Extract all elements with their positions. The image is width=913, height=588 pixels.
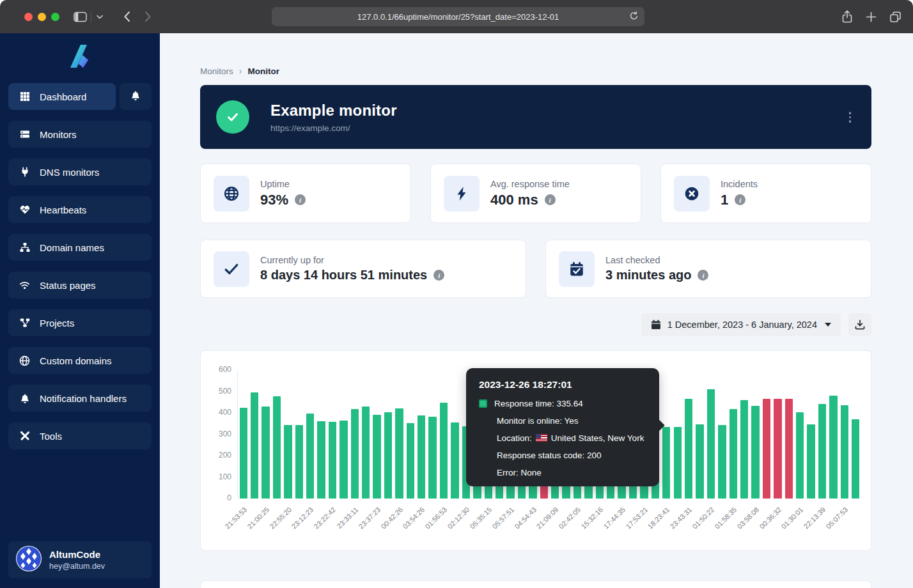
chart-bar[interactable] [317, 421, 325, 499]
calendar-icon [651, 320, 661, 330]
chart-bar[interactable] [841, 405, 848, 499]
chart-bar[interactable] [696, 424, 703, 499]
sitemap-icon [19, 242, 30, 252]
sidebar-item-notification-handlers[interactable]: Notification handlers [8, 385, 152, 412]
sidebar-item-dashboard[interactable]: Dashboard [8, 83, 116, 110]
x-tick-label: 05:35:15 [468, 506, 493, 530]
sidebar: Dashboard Monitors DNS monitors Heartbea… [0, 33, 160, 588]
sidebar-item-custom-domains[interactable]: Custom domains [8, 347, 152, 374]
chart-bar[interactable] [362, 406, 370, 499]
chart-bar[interactable] [417, 415, 425, 499]
sidebar-item-tools[interactable]: Tools [8, 422, 152, 449]
sidebar-item-label: Notification handlers [40, 393, 127, 404]
browser-chrome: 127.0.0.1/66uptime/monitor/25?start_date… [0, 0, 913, 33]
ellipsis-menu-icon[interactable] [847, 109, 854, 125]
info-icon[interactable] [433, 270, 444, 281]
notifications-button[interactable] [120, 83, 152, 110]
chart-bar[interactable] [339, 421, 347, 499]
chart-bar[interactable] [685, 399, 692, 499]
last-checked-value: 3 minutes ago [605, 268, 691, 282]
sidebar-item-monitors[interactable]: Monitors [8, 121, 152, 148]
x-tick-label: 22:13:39 [802, 506, 827, 530]
sidebar-item-label: Status pages [40, 280, 96, 291]
chart-bar[interactable] [295, 425, 303, 499]
sidebar-item-projects[interactable]: Projects [8, 309, 152, 336]
chart-bar[interactable] [785, 399, 793, 499]
chart-bar[interactable] [774, 399, 781, 499]
chart-bar[interactable] [852, 419, 859, 499]
date-range-picker[interactable]: 1 December, 2023 - 6 January, 2024 [641, 313, 841, 336]
chart-bar[interactable] [351, 409, 359, 499]
chart-bar[interactable] [329, 422, 336, 499]
info-icon[interactable] [735, 194, 745, 205]
chart-bar[interactable] [284, 425, 292, 499]
sidebar-item-dns-monitors[interactable]: DNS monitors [8, 159, 152, 185]
download-icon [855, 320, 865, 330]
app-logo[interactable] [8, 42, 152, 70]
account-card[interactable]: AltumCode hey@altum.dev [8, 541, 152, 578]
chart-bar[interactable] [451, 422, 458, 499]
info-icon[interactable] [545, 194, 556, 205]
chart-bar[interactable] [240, 408, 247, 499]
chart-bar[interactable] [395, 408, 403, 499]
chevron-right-icon: › [239, 66, 242, 76]
monitor-url: https://example.com/ [270, 123, 397, 133]
chart-bar[interactable] [796, 412, 804, 499]
avatar [16, 546, 42, 574]
download-button[interactable] [848, 313, 871, 336]
zoom-window-button[interactable] [51, 13, 59, 21]
chart-bar[interactable] [384, 412, 392, 499]
info-icon[interactable] [698, 270, 708, 281]
sidebar-toggle-icon[interactable] [74, 12, 87, 22]
back-button[interactable] [123, 11, 130, 22]
wifi-icon [19, 280, 30, 290]
tab-overview-icon[interactable] [889, 11, 901, 23]
chart-bar[interactable] [807, 424, 815, 499]
forward-button[interactable] [144, 11, 152, 22]
chart-bar[interactable] [763, 399, 770, 499]
sidebar-item-status-pages[interactable]: Status pages [8, 272, 152, 298]
minimize-window-button[interactable] [38, 13, 46, 21]
chart-bar[interactable] [428, 417, 436, 499]
share-icon[interactable] [841, 10, 853, 23]
breadcrumb-monitors-link[interactable]: Monitors [200, 66, 233, 76]
chart-bar[interactable] [306, 414, 314, 499]
next-card-edge [200, 580, 871, 588]
chart-bar[interactable] [407, 423, 414, 499]
chart-bar[interactable] [674, 427, 682, 499]
chart-bar[interactable] [740, 400, 748, 499]
x-tick-label: 04:54:43 [513, 506, 538, 530]
close-window-button[interactable] [24, 13, 33, 21]
project-diagram-icon [19, 318, 30, 328]
chart-bar[interactable] [251, 392, 258, 499]
sidebar-item-label: Monitors [40, 129, 77, 140]
chart-bar[interactable] [261, 406, 269, 499]
chart-bar[interactable] [440, 403, 448, 499]
chart-bar[interactable] [662, 427, 670, 499]
chart-bar[interactable] [707, 389, 715, 499]
chart-bar[interactable] [273, 396, 281, 499]
last-checked-card: Last checked 3 minutes ago [545, 240, 871, 298]
tooltip-response-time: Response time: 335.64 [494, 399, 583, 408]
incidents-card: Incidents 1 [660, 164, 871, 223]
chart-bar[interactable] [829, 396, 837, 499]
x-tick-label: 05:07:53 [825, 506, 850, 530]
chart-bar[interactable] [730, 409, 737, 499]
address-bar[interactable]: 127.0.0.1/66uptime/monitor/25?start_date… [272, 7, 644, 26]
sidebar-item-domain-names[interactable]: Domain names [8, 234, 152, 261]
uptime-value: 93% [260, 192, 288, 208]
plug-icon [19, 167, 30, 177]
chart-bar[interactable] [818, 404, 826, 499]
chevron-down-icon[interactable] [91, 11, 109, 22]
chart-bar[interactable] [718, 425, 726, 499]
sidebar-item-label: Projects [40, 318, 74, 329]
new-tab-icon[interactable] [866, 12, 877, 22]
chart-bar[interactable] [751, 406, 759, 499]
globe-icon [19, 355, 30, 366]
avg-response-label: Avg. response time [490, 179, 570, 189]
chart-bar[interactable] [373, 415, 380, 499]
grid-icon [19, 91, 30, 102]
info-icon[interactable] [295, 194, 306, 205]
sidebar-item-heartbeats[interactable]: Heartbeats [8, 196, 152, 223]
reload-icon[interactable] [629, 10, 639, 21]
